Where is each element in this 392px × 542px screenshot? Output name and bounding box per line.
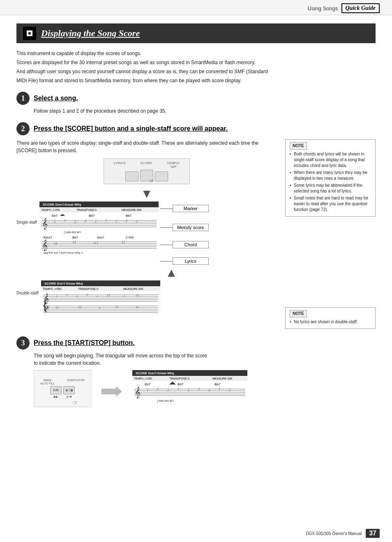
note-box-2-list: No lyrics are shown in double-staff. xyxy=(290,319,371,325)
step2-left: There are two types of score display: si… xyxy=(16,139,277,329)
svg-text:♪: ♪ xyxy=(126,218,128,222)
svg-text:𝄞: 𝄞 xyxy=(135,387,141,398)
step3-body: The song will begin playing. The triangu… xyxy=(34,352,376,367)
svg-text:♪: ♪ xyxy=(64,218,66,222)
svg-text:♪: ♪ xyxy=(105,218,107,222)
intro-line3: And although user songs you record yours… xyxy=(16,68,376,75)
header-quick-guide: Quick Guide xyxy=(341,3,380,13)
intro-line1: This instrument is capable of display th… xyxy=(16,50,376,57)
note-item: Some lyrics may be abbreviated if the se… xyxy=(290,183,371,194)
svg-text:♪: ♪ xyxy=(66,293,67,296)
svg-text:Bb7: Bb7 xyxy=(89,214,95,218)
svg-text:♩: ♩ xyxy=(229,388,231,392)
header: Using Songs Quick Guide xyxy=(0,0,392,15)
title-bar: Displaying the Song Score xyxy=(16,23,376,43)
arrow-up: ▲ xyxy=(66,266,277,279)
svg-text:♩♪♩: ♩♪♩ xyxy=(93,241,98,245)
svg-text:MEASURE 006: MEASURE 006 xyxy=(123,287,143,290)
svg-text:♪: ♪ xyxy=(86,293,88,296)
svg-text:2: 2 xyxy=(21,125,25,133)
callout-marker: Marker xyxy=(160,205,209,212)
svg-text:Bb7: Bb7 xyxy=(214,382,221,386)
single-staff-label: Single-staff xyxy=(16,220,37,225)
svg-text:♪: ♪ xyxy=(157,387,159,391)
note-item: Both chords and lyrics will be shown in … xyxy=(290,151,371,169)
svg-text:Gm7: Gm7 xyxy=(97,236,104,239)
step1-body: Follow steps 1 and 2 of the procedure de… xyxy=(34,107,376,115)
step1-header: 1 Select a song. xyxy=(16,92,376,105)
footer-text: DGX-505/305 Owner's Manual xyxy=(306,531,362,536)
svg-text:♩: ♩ xyxy=(115,219,117,223)
svg-text:Bb7: Bb7 xyxy=(72,236,78,239)
score1-container: SCORE Don't Know Why TEMPO ♩=250 TRANSPO… xyxy=(39,202,159,257)
callout-labels: Marker Melody score Chord xyxy=(160,205,209,265)
step2-layout: There are two types of score display: si… xyxy=(16,139,376,329)
step3-header: 3 Press the [START/STOP] button. xyxy=(16,336,376,350)
svg-text:♩: ♩ xyxy=(123,294,125,297)
svg-text:♪: ♪ xyxy=(219,387,221,391)
svg-text:♩♪: ♩♪ xyxy=(122,240,125,244)
single-staff-area: Single-staff SCORE Don't Know Why TEMPO … xyxy=(16,202,277,265)
svg-text:SCORE  Don't Know Why: SCORE Don't Know Why xyxy=(43,203,81,206)
svg-text:[          was-ted all  I: [ was-ted all I xyxy=(157,399,174,403)
svg-text:3: 3 xyxy=(21,339,25,347)
step1-number: 1 xyxy=(16,92,30,105)
svg-text:♩: ♩ xyxy=(95,219,97,223)
svg-text:𝄞: 𝄞 xyxy=(42,218,48,230)
svg-text:♩: ♩ xyxy=(74,220,76,224)
svg-marker-79 xyxy=(101,386,122,397)
score2-svg: SCORE Don't Know Why TEMPO ♩=050 TRANSPO… xyxy=(41,280,160,322)
svg-text:{: { xyxy=(42,297,48,313)
content: Displaying the Song Score This instrumen… xyxy=(0,15,392,426)
section-icon xyxy=(23,27,36,40)
step3-arrow xyxy=(99,370,124,413)
svg-text:♩♩: ♩♩ xyxy=(115,305,118,308)
step2-number: 2 xyxy=(16,122,30,135)
tempo-tap-label: TEMPO/TAP xyxy=(167,161,180,169)
step2-body: There are two types of score display: si… xyxy=(16,139,277,154)
score2-container: SCORE Don't Know Why TEMPO ♩=050 TRANSPO… xyxy=(41,280,160,323)
note-box-2: NOTE No lyrics are shown in double-staff… xyxy=(285,307,376,329)
page: Using Songs Quick Guide Displaying the S… xyxy=(0,0,392,542)
svg-text:♩: ♩ xyxy=(99,306,100,309)
svg-marker-89 xyxy=(169,382,176,384)
svg-text:1: 1 xyxy=(21,94,25,102)
callout-marker-text: Marker xyxy=(173,205,209,212)
svg-text:Bb7: Bb7 xyxy=(126,214,132,218)
svg-text:♩: ♩ xyxy=(76,294,78,298)
svg-text:Eb7: Eb7 xyxy=(145,382,151,386)
lyrics-label: LYRICS xyxy=(114,161,125,169)
svg-text:TEMPo ♩=250: TEMPo ♩=250 xyxy=(134,377,152,380)
step1-title: Select a song. xyxy=(34,95,78,102)
callout-lyrics-text: Lyrics xyxy=(173,257,209,265)
svg-text:♪: ♪ xyxy=(178,387,180,391)
start-stop-button[interactable]: ►/■ xyxy=(63,386,75,394)
svg-text:TEMPO ♩=050: TEMPO ♩=050 xyxy=(43,287,62,290)
svg-text:♪♩: ♪♩ xyxy=(78,305,81,309)
note-box-2-title: NOTE xyxy=(290,310,307,317)
svg-text:♩: ♩ xyxy=(147,388,148,392)
svg-text:TRANSPOSE  0: TRANSPOSE 0 xyxy=(78,287,98,290)
svg-text:SCORE  Don't Know Why: SCORE Don't Know Why xyxy=(44,282,83,285)
svg-text:C7b9: C7b9 xyxy=(126,236,134,239)
svg-text:♪: ♪ xyxy=(85,218,87,222)
svg-text:Eb7: Eb7 xyxy=(52,214,58,218)
score-label: SCORE xyxy=(141,161,152,169)
svg-text:TEMPO ♩=250: TEMPO ♩=250 xyxy=(41,208,60,211)
svg-text:♩: ♩ xyxy=(188,388,189,392)
callout-melody: Melody score xyxy=(160,224,209,231)
note-item: When there are many lyrics they may be d… xyxy=(290,170,371,181)
svg-text:♩: ♩ xyxy=(208,388,210,392)
step2-right: NOTE Both chords and lyrics will be show… xyxy=(285,139,376,329)
svg-text:♩♩: ♩♩ xyxy=(54,241,57,245)
note-box-1-title: NOTE xyxy=(290,142,307,150)
intro-line2: Scores are displayed for the 30 internal… xyxy=(16,59,376,66)
step3-score-svg: SCORE Don't Know Why TEMPo ♩=250 TRANSPO… xyxy=(132,370,247,411)
step3-number: 3 xyxy=(16,336,30,350)
callout-chord-text: Chord xyxy=(173,241,209,248)
step2-title: Press the [SCORE] button and a single-st… xyxy=(34,125,228,132)
ab-button[interactable]: A/B xyxy=(50,386,62,394)
svg-text:𝄞: 𝄞 xyxy=(42,239,48,251)
svg-text:♪: ♪ xyxy=(198,387,200,391)
svg-text:♩♪: ♩♪ xyxy=(107,293,110,297)
